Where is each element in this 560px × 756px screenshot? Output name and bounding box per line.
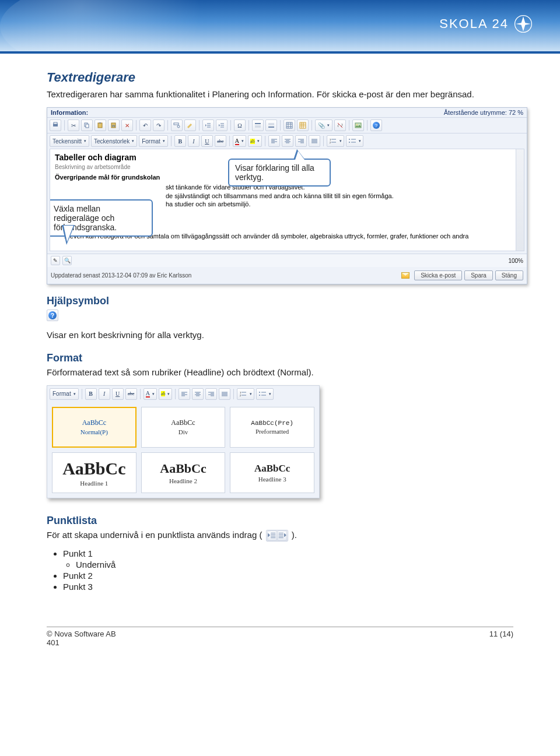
numbered-list-dropdown[interactable]: 12▾	[327, 135, 344, 147]
cut-icon[interactable]: ✂	[68, 119, 79, 131]
svg-point-23	[259, 392, 260, 393]
toolbar-row-1: ✂ W ✕ ↶ ↷ Ω 📎▾	[47, 117, 527, 133]
send-email-button[interactable]: Skicka e-post	[414, 270, 462, 280]
italic-icon-2[interactable]: I	[99, 388, 110, 400]
save-button[interactable]: Spara	[464, 270, 493, 280]
zoom-level: 100%	[508, 258, 523, 264]
italic-icon[interactable]: I	[188, 135, 200, 147]
space-remaining: Återstående utrymme: 72 %	[444, 109, 523, 116]
preview-mode-icon[interactable]: 🔍	[62, 256, 72, 265]
editor-status-row: Uppdaterad senast 2013-12-04 07:09 av Er…	[47, 267, 527, 284]
undo-icon[interactable]: ↶	[139, 119, 151, 131]
star-compass-icon	[513, 14, 533, 34]
svg-text:2: 2	[240, 394, 242, 397]
delete-icon[interactable]: ✕	[121, 119, 133, 131]
list-item: Undernivå	[76, 560, 514, 569]
bullet-list-dropdown[interactable]: ▾	[346, 135, 363, 147]
hr-top-icon[interactable]	[252, 119, 264, 131]
outdent-icon[interactable]	[202, 119, 214, 131]
print-icon[interactable]	[50, 119, 61, 131]
font-size-dropdown[interactable]: Teckenstorlek▾	[91, 135, 137, 147]
unlink-icon[interactable]	[334, 119, 346, 131]
align-left-icon-2[interactable]	[178, 388, 190, 400]
bullet-list-dropdown-2[interactable]: ▾	[256, 388, 274, 400]
help-symbol-icon: ?	[47, 310, 58, 321]
align-justify-icon[interactable]	[309, 135, 320, 147]
paste-word-icon[interactable]: W	[108, 119, 120, 131]
omega-icon[interactable]: Ω	[234, 119, 246, 131]
numbered-list-dropdown-2[interactable]: 12▾	[237, 388, 254, 400]
svg-rect-11	[255, 123, 261, 124]
format-dropdown-2[interactable]: Format▾	[50, 388, 79, 400]
link-dropdown[interactable]: 📎▾	[315, 119, 332, 131]
bold-icon-2[interactable]: B	[85, 388, 97, 400]
table-icon[interactable]	[284, 119, 295, 131]
canvas-frag2: de självständigt och tillsammans med and…	[166, 192, 513, 200]
highlight-dropdown[interactable]: ab▾	[248, 135, 262, 147]
section-intro: Textredigeraren har samma funktionalitet…	[47, 89, 514, 100]
format-card-h2[interactable]: AaBbCc Headline 2	[141, 452, 226, 493]
image-icon[interactable]	[352, 119, 364, 131]
font-color-dropdown-2[interactable]: A▾	[144, 388, 157, 400]
editor-header-label: Information:	[51, 109, 88, 116]
underline-icon[interactable]: U	[201, 135, 213, 147]
grid-icon[interactable]	[297, 119, 309, 131]
align-center-icon-2[interactable]	[192, 388, 204, 400]
logo: SKOLA 24	[439, 14, 533, 34]
underline-icon-2[interactable]: U	[112, 388, 124, 400]
align-right-icon[interactable]	[295, 135, 307, 147]
list-item: Punkt 3	[63, 582, 514, 592]
paste-icon[interactable]	[94, 119, 106, 131]
find-icon[interactable]	[171, 119, 183, 131]
redo-icon[interactable]: ↷	[153, 119, 164, 131]
banner-globe-art	[0, 0, 268, 54]
svg-rect-13	[286, 122, 292, 128]
updated-text: Uppdaterad senast 2013-12-04 07:09 av Er…	[51, 272, 191, 279]
copy-icon[interactable]	[81, 119, 93, 131]
format-card-normal[interactable]: AaBbCc Normal(P)	[52, 407, 136, 448]
editor-canvas[interactable]: Tabeller och diagram Beskrivning av arbe…	[50, 149, 524, 251]
svg-rect-4	[86, 124, 89, 128]
align-justify-icon-2[interactable]	[219, 388, 230, 400]
clear-format-icon[interactable]	[184, 119, 196, 131]
font-family-dropdown[interactable]: Teckensnitt▾	[50, 135, 89, 147]
scrollbar[interactable]	[516, 149, 524, 251]
format-dropdown[interactable]: Format▾	[139, 135, 168, 147]
bullets-title: Punktlista	[47, 515, 514, 527]
font-color-dropdown[interactable]: A▾	[233, 135, 246, 147]
svg-point-16	[356, 124, 358, 125]
svg-rect-9	[174, 123, 178, 125]
edit-mode-icon[interactable]: ✎	[51, 256, 60, 265]
align-left-icon[interactable]	[268, 135, 280, 147]
align-right-icon-2[interactable]	[205, 388, 217, 400]
highlight-dropdown-2[interactable]: ab▾	[159, 388, 173, 400]
format-card-h1[interactable]: AaBbCc Headline 1	[52, 452, 136, 493]
svg-point-24	[259, 395, 260, 396]
svg-rect-14	[300, 122, 306, 128]
list-item: Punkt 1 Undernivå	[63, 548, 514, 569]
canvas-frag3: ha studier och sin arbetsmiljö.	[166, 200, 513, 208]
list-item: Punkt 2	[63, 571, 514, 581]
banner-rule	[0, 51, 560, 54]
format-card-pre[interactable]: AaBbCc(Pre) Preformatted	[230, 407, 314, 448]
format-card-div[interactable]: AaBbCc Div	[141, 407, 226, 448]
svg-text:2: 2	[330, 141, 331, 144]
footer-copyright: © Nova Software AB	[47, 630, 116, 639]
svg-point-19	[349, 139, 350, 140]
strike-icon[interactable]: abc	[215, 135, 226, 147]
help-icon[interactable]: ?	[370, 119, 382, 131]
toolbar-row-2: Teckensnitt▾ Teckenstorlek▾ Format▾ B I …	[47, 133, 527, 149]
svg-rect-12	[268, 126, 274, 128]
bold-icon[interactable]: B	[174, 135, 186, 147]
svg-point-20	[349, 142, 350, 143]
indent-icon[interactable]	[216, 119, 228, 131]
close-button[interactable]: Stäng	[495, 270, 523, 280]
align-center-icon[interactable]	[282, 135, 293, 147]
svg-rect-2	[54, 122, 57, 124]
footer-code: 401	[47, 638, 116, 648]
help-desc: Visar en kort beskrivning för alla verkt…	[47, 329, 514, 341]
strike-icon-2[interactable]: abc	[125, 388, 137, 400]
page-footer: © Nova Software AB 401 11 (14)	[47, 627, 513, 658]
hr-bottom-icon[interactable]	[265, 119, 277, 131]
format-card-h3[interactable]: AaBbCc Headline 3	[230, 452, 314, 493]
